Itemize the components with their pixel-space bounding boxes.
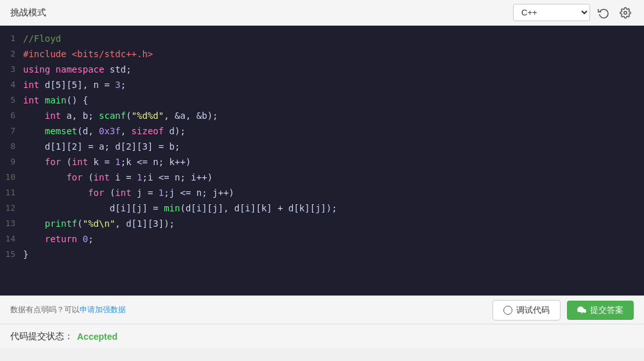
table-row: 2#include <bits/stdc++.h> (0, 46, 644, 62)
page-title: 挑战模式 (10, 7, 46, 19)
plain-token: ; (121, 80, 126, 90)
debug-icon (503, 306, 512, 315)
table-row: 4int d[5][5], n = 3; (0, 77, 644, 92)
table-row: 5int main() { (0, 92, 644, 108)
plain-token: d[1][2] = a; d[2][3] = b; (23, 141, 180, 152)
plain-token (23, 110, 45, 121)
keyword-token: for (45, 157, 61, 167)
function-token: min (164, 203, 180, 213)
line-number: 4 (0, 77, 23, 92)
plain-token: ( (61, 157, 72, 167)
string-token: "%d\n" (83, 218, 116, 229)
plain-token: (d, (77, 126, 99, 136)
sizeof-token: sizeof (132, 126, 164, 136)
line-number: 2 (0, 46, 23, 62)
table-row: 6 int a, b; scanf("%d%d", &a, &b); (0, 108, 644, 123)
line-number: 11 (0, 185, 23, 200)
table-row: 11 for (int j = 1;j <= n; j++) (0, 185, 644, 200)
bottom-bar: 数据有点弱吗？可以申请加强数据 调试代码 提交答案 (0, 295, 644, 324)
function-token: printf (45, 218, 78, 229)
plain-token (23, 157, 45, 167)
header: 挑战模式 C++ C Java Python Go (0, 0, 644, 26)
table-row: 14 return 0; (0, 231, 644, 247)
line-content: int a, b; scanf("%d%d", &a, &b); (23, 108, 644, 123)
line-number: 5 (0, 92, 23, 108)
hint-text: 数据有点弱吗？可以申请加强数据 (10, 304, 126, 315)
line-content: int d[5][5], n = 3; (23, 77, 644, 92)
plain-token: , d[1][3]); (115, 218, 175, 229)
strengthen-data-link[interactable]: 申请加强数据 (80, 305, 126, 314)
line-number: 7 (0, 123, 23, 139)
table-row: 15} (0, 247, 644, 262)
refresh-icon (598, 7, 609, 19)
plain-token: ( (104, 188, 115, 198)
comment-token: //Floyd (23, 33, 61, 44)
line-content: memset(d, 0x3f, sizeof d); (23, 123, 644, 139)
line-content: printf("%d\n", d[1][3]); (23, 216, 644, 231)
plain-token: , (121, 126, 132, 136)
debug-button[interactable]: 调试代码 (492, 300, 561, 321)
line-number: 9 (0, 154, 23, 170)
code-editor[interactable]: 1//Floyd2#include <bits/stdc++.h>3using … (0, 26, 644, 295)
hex-token: 0x3f (99, 126, 121, 136)
keyword-token: using namespace (23, 64, 104, 75)
language-select[interactable]: C++ C Java Python Go (513, 4, 590, 21)
line-number: 14 (0, 231, 23, 247)
function-token: memset (45, 126, 78, 136)
line-number: 8 (0, 139, 23, 154)
keyword-token: for (66, 172, 82, 182)
plain-token: (d[i][j], d[i][k] + d[k][j]); (180, 203, 336, 213)
settings-button[interactable] (617, 4, 634, 21)
line-number: 13 (0, 216, 23, 231)
plain-token (39, 95, 44, 105)
plain-token: i = (110, 172, 137, 182)
line-content: d[1][2] = a; d[2][3] = b; (23, 139, 644, 154)
line-number: 6 (0, 108, 23, 123)
plain-token: } (23, 249, 28, 260)
plain-token: std; (104, 64, 131, 75)
plain-token: d); (164, 126, 186, 136)
plain-token: j = (132, 188, 159, 198)
line-number: 1 (0, 31, 23, 46)
plain-token: ( (77, 218, 82, 229)
status-value: Accepted (77, 331, 117, 342)
type-token: int (45, 110, 61, 121)
function-token: main (45, 95, 67, 105)
string-token: "%d%d" (132, 110, 164, 121)
table-row: 1//Floyd (0, 31, 644, 46)
line-content: //Floyd (23, 31, 644, 46)
table-row: 12 d[i][j] = min(d[i][j], d[i][k] + d[k]… (0, 200, 644, 216)
number-token: 1 (159, 188, 164, 198)
plain-token: a, b; (61, 110, 99, 121)
plain-token: ;j <= n; j++) (164, 188, 234, 198)
line-content: for (int k = 1;k <= n; k++) (23, 154, 644, 170)
line-content: for (int i = 1;i <= n; i++) (23, 170, 644, 185)
status-bar: 代码提交状态： Accepted (0, 324, 644, 348)
keyword-token: for (88, 188, 104, 198)
plain-token: , &a, &b); (164, 110, 218, 121)
line-content: return 0; (23, 231, 644, 247)
line-content: using namespace std; (23, 62, 644, 77)
submit-button[interactable]: 提交答案 (567, 301, 634, 320)
number-token: 1 (115, 157, 120, 167)
upload-icon (577, 306, 586, 315)
plain-token: ( (126, 110, 131, 121)
type-token: int (23, 95, 39, 105)
line-content: for (int j = 1;j <= n; j++) (23, 185, 644, 200)
number-token: 3 (115, 80, 120, 90)
plain-token (23, 188, 88, 198)
table-row: 7 memset(d, 0x3f, sizeof d); (0, 123, 644, 139)
action-buttons: 调试代码 提交答案 (492, 300, 634, 321)
table-row: 9 for (int k = 1;k <= n; k++) (0, 154, 644, 170)
function-token: scanf (99, 110, 126, 121)
number-token: 0 (83, 234, 88, 244)
keyword-token: return (45, 234, 78, 244)
table-row: 3using namespace std; (0, 62, 644, 77)
type-token: int (115, 188, 131, 198)
line-content: d[i][j] = min(d[i][j], d[i][k] + d[k][j]… (23, 200, 644, 216)
type-token: int (23, 80, 39, 90)
type-token: int (94, 172, 110, 182)
refresh-button[interactable] (595, 4, 612, 21)
plain-token (23, 172, 66, 182)
plain-token: d[5][5], n = (39, 80, 115, 90)
